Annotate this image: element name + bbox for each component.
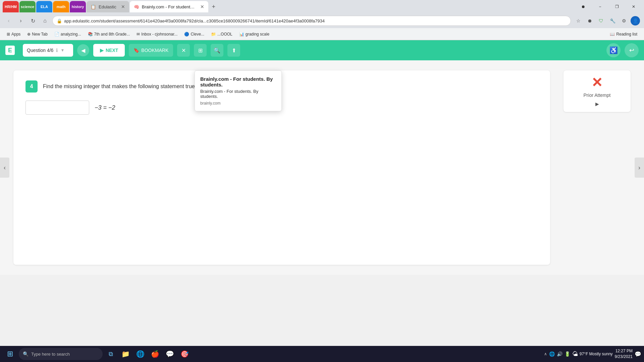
tab-edulastic-close[interactable]: ✕ bbox=[121, 4, 125, 9]
tab-ela[interactable]: ELA bbox=[36, 1, 52, 12]
bookmark-inbox[interactable]: ✉ Inbox - cjohnsonar... bbox=[134, 31, 180, 38]
search-button[interactable]: 🔍 bbox=[211, 44, 223, 57]
user-menu-button[interactable]: ↩ bbox=[625, 43, 639, 57]
tooltip-url: brainly.com bbox=[200, 101, 276, 106]
upload-button[interactable]: ⬆ bbox=[227, 44, 240, 57]
finder-icon: 🍎 bbox=[151, 350, 159, 358]
grid-view-button[interactable]: ⊞ bbox=[194, 44, 207, 57]
extension-icon-3[interactable]: 🔧 bbox=[608, 16, 617, 25]
zoom-taskbar-button[interactable]: 💬 bbox=[163, 347, 176, 361]
prior-attempt-card: ✕ Prior Attempt ▶ bbox=[564, 70, 631, 112]
next-nav-arrow[interactable]: › bbox=[635, 158, 644, 178]
file-explorer-button[interactable]: 📁 bbox=[119, 347, 132, 361]
close-question-button[interactable]: ✕ bbox=[177, 44, 190, 57]
start-button[interactable]: ⊞ bbox=[3, 347, 17, 361]
folder-icon: 📁 bbox=[211, 32, 216, 37]
bookmark-button[interactable]: 🔖 BOOKMARK bbox=[129, 44, 173, 57]
extension-icon-2[interactable]: 🛡 bbox=[596, 16, 606, 25]
play-button[interactable]: ▶ bbox=[595, 101, 599, 107]
forward-button[interactable]: › bbox=[16, 16, 25, 25]
bookmark-apps[interactable]: ⊞ Apps bbox=[4, 31, 23, 38]
tab-edulastic[interactable]: 📋 Edulastic ✕ bbox=[87, 1, 129, 12]
reading-list-icon: 📖 bbox=[610, 32, 615, 37]
browser-window: HR/HM science ELA math history 📋 Edulast… bbox=[0, 0, 644, 275]
bookmark-7th-8th-label: 7th and 8th Grade... bbox=[94, 32, 130, 37]
bookmark-oool[interactable]: 📁 ...OOOL bbox=[208, 31, 235, 38]
url-input[interactable]: 🔒 app.edulastic.com/student/assessment/6… bbox=[52, 16, 571, 26]
close-button[interactable]: ✕ bbox=[626, 1, 641, 12]
taskbar-search-text: Type here to search bbox=[31, 352, 70, 357]
network-icon[interactable]: 🌐 bbox=[549, 351, 555, 357]
bookmark-cleve[interactable]: 🔵 Cleve... bbox=[181, 31, 207, 38]
home-button[interactable]: ⌂ bbox=[40, 16, 50, 25]
doc-icon: 📄 bbox=[54, 32, 59, 37]
speaker-icon[interactable]: 🔊 bbox=[557, 351, 562, 357]
extension-icon-1[interactable]: ⏺ bbox=[585, 16, 594, 25]
grid-icon: ⊞ bbox=[198, 47, 203, 54]
new-tab-button[interactable]: + bbox=[209, 2, 218, 11]
zoom-icon: 💬 bbox=[166, 350, 174, 358]
next-button[interactable]: ▶ NEXT bbox=[93, 44, 125, 57]
chevron-up-icon[interactable]: ∧ bbox=[544, 352, 547, 356]
tab-brainly-close[interactable]: ✕ bbox=[200, 4, 204, 9]
tab-science[interactable]: science bbox=[19, 1, 36, 12]
tab-brainly[interactable]: 🧠 Brainly.com - For students. By st... ✕ bbox=[130, 1, 208, 12]
bookmark-star-icon[interactable]: ☆ bbox=[574, 16, 583, 25]
bookmark-inbox-label: Inbox - cjohnsonar... bbox=[141, 32, 177, 37]
extension-icon-4[interactable]: ⚙ bbox=[619, 16, 629, 25]
play-icon: ▶ bbox=[595, 101, 599, 107]
chrome-icon: 🌐 bbox=[136, 350, 145, 358]
tab-history[interactable]: history bbox=[70, 1, 86, 12]
taskbar-search-icon: 🔍 bbox=[23, 351, 29, 357]
incorrect-icon: ✕ bbox=[591, 76, 603, 89]
tab-math-label: math bbox=[57, 5, 65, 9]
folder-taskbar-icon: 📁 bbox=[121, 350, 130, 358]
task-view-button[interactable]: ⧉ bbox=[104, 347, 117, 361]
question-text: Find the missing integer that makes the … bbox=[43, 80, 196, 90]
tab-brainly-favicon: 🧠 bbox=[134, 4, 139, 9]
minimize-button[interactable]: − bbox=[592, 1, 608, 12]
bookmark-oool-label: ...OOOL bbox=[217, 32, 232, 37]
answer-input[interactable] bbox=[25, 101, 89, 115]
prev-nav-arrow[interactable]: ‹ bbox=[0, 158, 9, 178]
chrome-taskbar-button[interactable]: 🌐 bbox=[133, 347, 147, 361]
prev-question-button[interactable]: ◀ bbox=[77, 44, 89, 56]
tab-math[interactable]: math bbox=[53, 1, 69, 12]
record-button[interactable]: ⏺ bbox=[576, 1, 591, 12]
address-icons: ☆ ⏺ 🛡 🔧 ⚙ 👤 bbox=[574, 16, 640, 25]
taskbar-search-box[interactable]: 🔍 Type here to search bbox=[19, 348, 103, 360]
app-container: E Question 4/6 ℹ ▼ ◀ ▶ NEXT 🔖 BOOKMARK ✕… bbox=[0, 40, 644, 275]
bookmark-grading[interactable]: 📊 grading scale bbox=[236, 31, 272, 38]
question-card: 4 Find the missing integer that makes th… bbox=[13, 70, 550, 265]
bookmark-new-tab-label: New Tab bbox=[32, 32, 47, 37]
lock-icon: 🔒 bbox=[57, 18, 62, 23]
profile-icon[interactable]: 👤 bbox=[631, 16, 640, 25]
bookmark-7th-8th[interactable]: 📚 7th and 8th Grade... bbox=[85, 31, 133, 38]
bookmark-label: BOOKMARK bbox=[141, 48, 168, 53]
tab-hr-hm-label: HR/HM bbox=[5, 5, 17, 9]
accessibility-button[interactable]: ♿ bbox=[606, 43, 621, 57]
question-selector[interactable]: Question 4/6 ℹ ▼ bbox=[23, 44, 73, 57]
tooltip-subtitle: Brainly.com - For students. By students. bbox=[200, 89, 276, 99]
taskbar: ⊞ 🔍 Type here to search ⧉ 📁 🌐 🍎 💬 🎯 ∧ 🌐 … bbox=[0, 346, 644, 362]
answer-area: −3 = −2 bbox=[25, 101, 538, 115]
apps-icon: ⊞ bbox=[7, 32, 10, 37]
tab-hr-hm[interactable]: HR/HM bbox=[3, 1, 19, 12]
chart-icon: 📊 bbox=[239, 32, 244, 37]
battery-icon[interactable]: 🔋 bbox=[565, 351, 570, 357]
taskbar-clock: 12:27 PM 9/23/2021 bbox=[615, 348, 633, 360]
bookmark-analyzing[interactable]: 📄 analyzing... bbox=[52, 31, 84, 38]
restore-button[interactable]: ❐ bbox=[609, 1, 625, 12]
taskbar-weather: 🌤 97°F Mostly sunny bbox=[572, 351, 613, 358]
question-selector-label: Question 4/6 bbox=[27, 48, 53, 53]
next-arrow-icon: ▶ bbox=[100, 48, 104, 53]
bookmark-reading-list[interactable]: 📖 Reading list bbox=[607, 31, 640, 38]
bookmark-new-tab[interactable]: ⊕ New Tab bbox=[24, 31, 50, 38]
refresh-button[interactable]: ↻ bbox=[28, 16, 38, 25]
book-icon: 📚 bbox=[88, 32, 93, 37]
notifications-icon[interactable]: 💬 bbox=[635, 351, 641, 357]
finder-taskbar-button[interactable]: 🍎 bbox=[148, 347, 162, 361]
question-header: 4 Find the missing integer that makes th… bbox=[25, 80, 538, 93]
back-button[interactable]: ‹ bbox=[4, 16, 13, 25]
app-taskbar-button[interactable]: 🎯 bbox=[178, 347, 191, 361]
